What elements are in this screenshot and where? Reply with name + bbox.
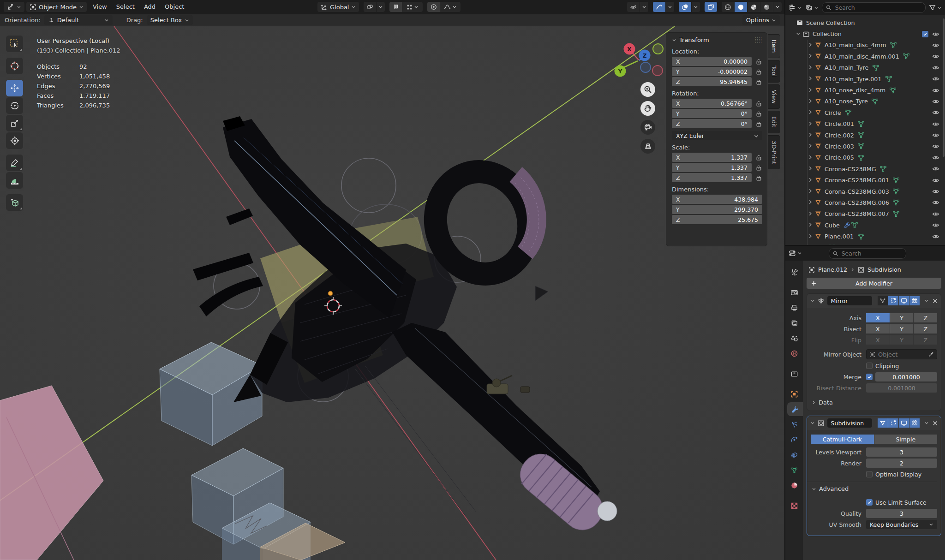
edit-mode-icon[interactable]	[888, 296, 898, 305]
breadcrumb-modifier[interactable]: Subdivision	[867, 266, 901, 273]
use-limit-surface-checkbox[interactable]	[866, 499, 873, 506]
optimal-display-checkbox[interactable]	[866, 471, 873, 477]
outliner-item-row[interactable]: Corona-CS238MG.003	[785, 186, 945, 197]
lock-icon[interactable]	[755, 68, 762, 75]
camera-view-button[interactable]	[640, 120, 655, 135]
properties-tab-physics[interactable]	[785, 433, 803, 447]
properties-search-input[interactable]	[841, 250, 902, 257]
sidebar-tab-edit[interactable]: Edit	[768, 111, 780, 133]
editor-type-properties[interactable]	[789, 250, 802, 257]
levels-viewport-field[interactable]: 3	[866, 447, 937, 457]
menu-view[interactable]: View	[89, 2, 111, 12]
dimensions-z-field[interactable]: Z25.675	[672, 215, 762, 224]
eye-icon[interactable]	[932, 210, 939, 218]
filter-dropdown[interactable]	[929, 4, 942, 11]
show-overlays-toggle[interactable]	[679, 2, 691, 12]
render-icon[interactable]	[909, 296, 920, 305]
outliner-item-row[interactable]: Corona-CS238MG.001	[785, 174, 945, 185]
subdivision-type-simple-button[interactable]: Simple	[874, 435, 938, 444]
outliner-item-row[interactable]: Circle.002	[785, 130, 945, 141]
mirror-axis-y-button[interactable]: Y	[890, 313, 914, 322]
outliner-item-row[interactable]: Circle	[785, 107, 945, 118]
outliner-item-row[interactable]: A10_nose_Tyre	[785, 96, 945, 107]
mesh-cage-icon[interactable]	[878, 418, 888, 428]
properties-tab-render[interactable]	[785, 286, 803, 299]
eye-icon[interactable]	[932, 131, 939, 139]
subdivision-type-catmull-clark-button[interactable]: Catmull-Clark	[811, 435, 874, 444]
subdivision-modifier-header[interactable]: Subdivision	[807, 416, 941, 430]
eye-icon[interactable]	[932, 199, 939, 206]
scale-x-field[interactable]: X1.337	[672, 153, 752, 162]
clipping-checkbox[interactable]	[866, 363, 873, 369]
snap-settings-dropdown[interactable]	[402, 2, 423, 12]
mirror-modifier-header[interactable]: Mirror	[807, 294, 941, 308]
bisect-distance-field[interactable]: 0.001000	[866, 383, 937, 393]
modifier-name-field[interactable]: Mirror	[827, 296, 872, 305]
eyedropper-icon[interactable]	[928, 351, 934, 357]
outliner-item-row[interactable]: Circle.003	[785, 141, 945, 152]
outliner-item-row[interactable]: A10_nose_disc_4mm	[785, 84, 945, 95]
advanced-subpanel-header[interactable]: Advanced	[807, 482, 937, 493]
eye-icon[interactable]	[932, 120, 939, 128]
show-gizmo-toggle[interactable]	[653, 2, 665, 12]
eye-icon[interactable]	[932, 109, 939, 116]
eye-icon[interactable]	[932, 53, 939, 60]
properties-tab-output[interactable]	[785, 301, 803, 315]
render-levels-field[interactable]: 2	[866, 459, 937, 468]
sidebar-tab-item[interactable]: Item	[768, 34, 780, 58]
menu-object[interactable]: Object	[161, 2, 188, 12]
add-cube-tool-button[interactable]	[6, 194, 23, 211]
overlays-chevron-icon[interactable]	[692, 2, 700, 12]
eye-icon[interactable]	[932, 165, 939, 173]
outliner-scrollbar[interactable]	[943, 18, 945, 157]
snap-magnet-toggle[interactable]	[389, 2, 402, 12]
editor-type-outliner[interactable]	[789, 4, 802, 12]
eye-icon[interactable]	[932, 98, 939, 105]
pan-hand-button[interactable]	[640, 101, 655, 116]
realtime-icon[interactable]	[899, 296, 909, 305]
merge-checkbox[interactable]	[866, 374, 873, 380]
shading-solid-button[interactable]	[735, 2, 747, 12]
outliner-item-row[interactable]: Circle.001	[785, 119, 945, 130]
location-x-field[interactable]: X0.00000	[672, 57, 752, 66]
properties-tab-particles[interactable]	[785, 417, 803, 431]
zoom-button[interactable]	[640, 82, 655, 97]
pivot-point-dropdown[interactable]	[364, 2, 376, 12]
scene-collection-row[interactable]: Scene Collection	[785, 17, 945, 28]
mode-dropdown[interactable]: Object Mode	[26, 2, 87, 12]
rotation-x-field[interactable]: X0.56766°	[672, 99, 752, 108]
navigation-gizmo[interactable]: X Z Y	[610, 39, 665, 83]
dimensions-y-field[interactable]: Y299.370	[672, 205, 762, 214]
rotation-y-field[interactable]: Y0°	[672, 109, 752, 118]
mirror-axis-x-button[interactable]: X	[866, 313, 890, 322]
sidebar-tab-tool[interactable]: Tool	[768, 60, 780, 82]
properties-tab-scene[interactable]	[785, 331, 803, 345]
eye-icon[interactable]	[932, 188, 939, 195]
outliner-item-row[interactable]: Circle.005	[785, 152, 945, 163]
outliner-item-row[interactable]: A10_main_Tyre.001	[785, 73, 945, 84]
display-mode-dropdown[interactable]	[805, 4, 819, 12]
outliner-item-row[interactable]: Plane.001	[785, 231, 945, 242]
data-subpanel-header[interactable]: Data	[807, 394, 937, 406]
lock-icon[interactable]	[755, 100, 762, 107]
eye-icon[interactable]	[932, 87, 939, 94]
merge-threshold-field[interactable]: 0.001000	[875, 372, 937, 381]
close-icon[interactable]	[933, 298, 938, 304]
close-icon[interactable]	[933, 421, 938, 426]
outliner-item-row[interactable]: A10_main_disc_4mm	[785, 40, 945, 51]
scale-y-field[interactable]: Y1.337	[672, 163, 752, 172]
outliner-item-row[interactable]: A10_main_Tyre	[785, 62, 945, 73]
properties-tab-world[interactable]	[785, 346, 803, 360]
eye-icon[interactable]	[932, 177, 939, 184]
outliner-item-row[interactable]: Corona-CS238MG.006	[785, 197, 945, 208]
eye-icon[interactable]	[932, 42, 939, 49]
properties-tab-object[interactable]	[785, 387, 803, 401]
transform-tool-button[interactable]	[6, 132, 23, 149]
properties-tab-data[interactable]	[785, 463, 803, 477]
eye-icon[interactable]	[932, 154, 939, 161]
properties-tab-constraints[interactable]	[785, 448, 803, 462]
mirror-object-field[interactable]: Object	[866, 349, 937, 359]
sidebar-tab-3d-print[interactable]: 3D-Print	[768, 135, 780, 170]
scale-tool-button[interactable]	[6, 115, 23, 131]
proportional-editing-toggle[interactable]	[427, 2, 440, 12]
